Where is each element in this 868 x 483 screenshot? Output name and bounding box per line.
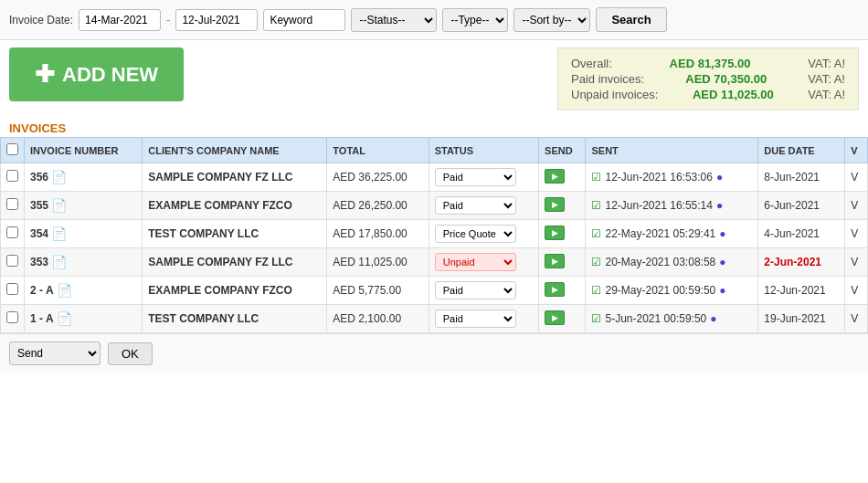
due-date-cell: 12-Jun-2021 bbox=[758, 277, 845, 305]
due-date-cell: 6-Jun-2021 bbox=[758, 192, 845, 220]
send-cell bbox=[539, 163, 586, 192]
send-button-icon[interactable] bbox=[545, 197, 565, 212]
info-dot-icon[interactable]: ● bbox=[716, 199, 723, 212]
send-button-icon[interactable] bbox=[545, 169, 565, 184]
summary-box: Overall: AED 81,375.00 VAT: A! Paid invo… bbox=[557, 47, 859, 110]
send-cell bbox=[539, 305, 586, 333]
due-date-value: 6-Jun-2021 bbox=[764, 199, 820, 212]
table-row: 355 📄 EXAMPLE COMPANY FZCO AED 26,250.00… bbox=[1, 192, 868, 220]
date-from-input[interactable] bbox=[79, 9, 161, 31]
th-total: TOTAL bbox=[327, 138, 429, 163]
keyword-input[interactable] bbox=[263, 9, 345, 31]
sent-check-icon: ☑ bbox=[591, 227, 601, 240]
total-cell: AED 26,250.00 bbox=[327, 192, 429, 220]
pdf-icon[interactable]: 📄 bbox=[51, 198, 67, 213]
pdf-icon[interactable]: 📄 bbox=[57, 311, 72, 326]
table-row: 354 📄 TEST COMPANY LLC AED 17,850.00 Pri… bbox=[1, 220, 868, 248]
sent-datetime: 20-May-2021 03:08:58 bbox=[605, 256, 715, 268]
due-date-cell: 4-Jun-2021 bbox=[758, 220, 845, 248]
company-name: EXAMPLE COMPANY FZCO bbox=[148, 199, 292, 212]
send-cell bbox=[539, 248, 586, 277]
pdf-icon[interactable]: 📄 bbox=[57, 283, 72, 298]
status-dropdown[interactable]: Price QuotePaidUnpaid bbox=[435, 225, 516, 243]
send-button-icon[interactable] bbox=[545, 310, 565, 325]
status-dropdown[interactable]: PaidUnpaidPrice Quote bbox=[435, 253, 516, 271]
status-dropdown[interactable]: PaidUnpaidPrice Quote bbox=[435, 310, 516, 328]
company-name: EXAMPLE COMPANY FZCO bbox=[148, 284, 292, 297]
company-name-cell: TEST COMPANY LLC bbox=[143, 305, 327, 333]
row-checkbox[interactable] bbox=[6, 311, 18, 323]
info-dot-icon[interactable]: ● bbox=[719, 284, 725, 297]
due-date-cell: 2-Jun-2021 bbox=[758, 248, 845, 277]
invoice-id: 353 bbox=[30, 256, 48, 268]
overall-label: Overall: bbox=[571, 57, 612, 70]
total-cell: AED 17,850.00 bbox=[327, 220, 429, 248]
due-date-cell: 19-Jun-2021 bbox=[758, 305, 845, 333]
send-button-icon[interactable] bbox=[545, 282, 565, 297]
pdf-icon[interactable]: 📄 bbox=[51, 255, 67, 269]
row-checkbox[interactable] bbox=[6, 198, 18, 210]
v-value: V bbox=[851, 227, 858, 240]
company-name-cell: EXAMPLE COMPANY FZCO bbox=[143, 192, 327, 220]
date-to-input[interactable] bbox=[175, 9, 258, 31]
status-dropdown[interactable]: PaidUnpaidPrice Quote bbox=[435, 281, 516, 299]
sort-select[interactable]: --Sort by-- Date Number Amount bbox=[513, 8, 590, 32]
sent-datetime: 5-Jun-2021 00:59:50 bbox=[605, 312, 706, 325]
status-dropdown[interactable]: PaidUnpaidPrice Quote bbox=[435, 168, 516, 186]
add-new-button[interactable]: ✚ ADD NEW bbox=[9, 47, 184, 101]
info-dot-icon[interactable]: ● bbox=[719, 227, 725, 240]
paid-label: Paid invoices: bbox=[571, 72, 644, 86]
row-checkbox-cell bbox=[1, 277, 25, 305]
company-name-cell: SAMPLE COMPANY FZ LLC bbox=[143, 248, 327, 277]
status-select[interactable]: --Status-- Paid Unpaid Price Quote bbox=[351, 8, 437, 32]
unpaid-vat: VAT: A! bbox=[808, 88, 845, 101]
v-cell: V bbox=[845, 305, 868, 333]
pdf-icon[interactable]: 📄 bbox=[51, 170, 67, 184]
v-value: V bbox=[851, 284, 858, 297]
send-cell bbox=[539, 277, 586, 305]
info-dot-icon[interactable]: ● bbox=[719, 256, 725, 268]
company-name: SAMPLE COMPANY FZ LLC bbox=[148, 171, 292, 184]
send-button-icon[interactable] bbox=[545, 226, 565, 240]
status-cell: PaidUnpaidPrice Quote bbox=[429, 277, 538, 305]
invoice-table: INVOICE NUMBER CLIENT'S COMPANY NAME TOT… bbox=[0, 137, 868, 333]
info-dot-icon[interactable]: ● bbox=[710, 312, 716, 325]
overall-vat: VAT: A! bbox=[808, 57, 845, 70]
action-summary-row: ✚ ADD NEW Overall: AED 81,375.00 VAT: A!… bbox=[0, 40, 868, 118]
table-row: 356 📄 SAMPLE COMPANY FZ LLC AED 36,225.0… bbox=[1, 163, 868, 192]
status-cell: PaidUnpaidPrice Quote bbox=[429, 248, 538, 277]
row-checkbox[interactable] bbox=[6, 255, 18, 267]
type-select[interactable]: --Type-- Invoice Quote bbox=[442, 8, 508, 32]
info-dot-icon[interactable]: ● bbox=[716, 171, 723, 184]
pdf-icon[interactable]: 📄 bbox=[51, 226, 67, 241]
v-cell: V bbox=[845, 192, 868, 220]
send-button-icon[interactable] bbox=[545, 254, 565, 268]
table-row: 353 📄 SAMPLE COMPANY FZ LLC AED 11,025.0… bbox=[1, 248, 868, 277]
total-cell: AED 36,225.00 bbox=[327, 163, 429, 192]
bulk-send-select[interactable]: Send Email Print bbox=[9, 341, 101, 365]
add-new-label: ADD NEW bbox=[62, 63, 158, 87]
due-date-value: 12-Jun-2021 bbox=[764, 284, 825, 297]
row-checkbox[interactable] bbox=[6, 170, 18, 182]
bottom-bar: Send Email Print OK bbox=[0, 333, 868, 373]
company-name: TEST COMPANY LLC bbox=[148, 312, 259, 325]
invoice-number-cell: 354 📄 bbox=[25, 220, 143, 248]
row-checkbox[interactable] bbox=[6, 226, 18, 238]
status-dropdown[interactable]: PaidUnpaidPrice Quote bbox=[435, 196, 516, 215]
row-checkbox[interactable] bbox=[6, 283, 18, 295]
select-all-checkbox[interactable] bbox=[6, 143, 18, 155]
invoice-id: 2 - A bbox=[30, 284, 54, 297]
sent-datetime: 12-Jun-2021 16:53:06 bbox=[605, 171, 712, 184]
status-cell: PaidUnpaidPrice Quote bbox=[429, 163, 538, 192]
search-button[interactable]: Search bbox=[596, 7, 666, 32]
invoices-section-label: INVOICES bbox=[0, 118, 868, 137]
status-cell: Price QuotePaidUnpaid bbox=[429, 220, 538, 248]
total-cell: AED 11,025.00 bbox=[327, 248, 429, 277]
row-checkbox-cell bbox=[1, 220, 25, 248]
ok-button[interactable]: OK bbox=[108, 342, 153, 365]
row-checkbox-cell bbox=[1, 163, 25, 192]
table-row: 2 - A 📄 EXAMPLE COMPANY FZCO AED 5,775.0… bbox=[1, 277, 868, 305]
sent-check-icon: ☑ bbox=[591, 284, 601, 297]
sent-check-icon: ☑ bbox=[591, 256, 601, 268]
unpaid-label: Unpaid invoices: bbox=[571, 88, 658, 101]
